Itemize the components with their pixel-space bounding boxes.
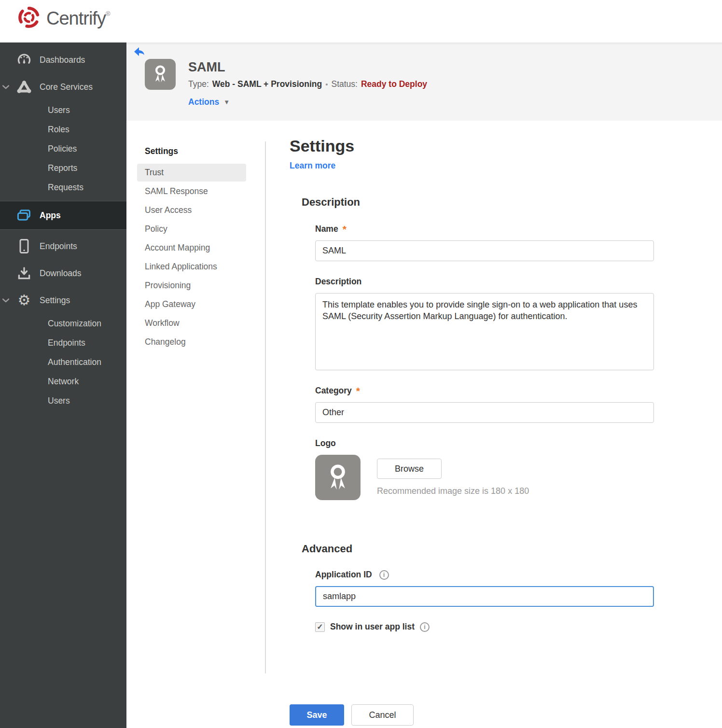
sidebar-item-apps[interactable]: Apps — [0, 201, 126, 230]
type-value: Web - SAML + Provisioning — [212, 79, 322, 89]
learn-more-link[interactable]: Learn more — [290, 161, 335, 171]
award-ribbon-icon — [323, 462, 353, 493]
actions-label: Actions — [188, 97, 219, 107]
app-meta: Type: Web - SAML + Provisioning • Status… — [188, 79, 427, 89]
app-logo — [145, 59, 176, 90]
subnav-item-provisioning[interactable]: Provisioning — [137, 277, 246, 294]
logo-controls: Browse Recommended image size is 180 x 1… — [377, 455, 529, 500]
trademark: ® — [106, 10, 110, 17]
sidebar-item-downloads[interactable]: Downloads — [0, 260, 126, 287]
sidebar-item-roles[interactable]: Roles — [0, 120, 126, 139]
sidebar-item-authentication[interactable]: Authentication — [0, 352, 126, 372]
subnav-title: Settings — [137, 142, 246, 163]
award-ribbon-icon — [150, 63, 170, 85]
sidebar-item-settings-users[interactable]: Users — [0, 391, 126, 410]
sidebar-item-settings-endpoints[interactable]: Endpoints — [0, 333, 126, 352]
category-input[interactable] — [315, 402, 654, 423]
page: Centrify® Dashboards — [0, 0, 722, 728]
content: Settings Trust SAML Response User Access… — [126, 121, 722, 728]
name-input[interactable] — [315, 240, 654, 261]
gauge-icon — [16, 53, 32, 67]
centrify-logo-icon — [17, 6, 41, 31]
sidebar-item-reports[interactable]: Reports — [0, 158, 126, 178]
caret-down-icon: ▼ — [223, 98, 230, 106]
logo-preview — [315, 455, 361, 500]
subnav-item-app-gateway[interactable]: App Gateway — [137, 295, 246, 313]
app-name: SAML — [188, 60, 427, 75]
subnav-item-saml-response[interactable]: SAML Response — [137, 182, 246, 200]
subnav-item-workflow[interactable]: Workflow — [137, 314, 246, 332]
description-section-heading: Description — [302, 196, 654, 209]
subnav-item-linked-applications[interactable]: Linked Applications — [137, 258, 246, 276]
back-button[interactable] — [133, 46, 146, 57]
category-label: Category * — [315, 386, 654, 396]
application-id-input[interactable] — [315, 586, 654, 607]
sidebar-item-label: Dashboards — [40, 55, 85, 65]
sidebar-item-users[interactable]: Users — [0, 100, 126, 120]
subnav-item-changelog[interactable]: Changelog — [137, 333, 246, 351]
chevron-down-icon — [2, 298, 9, 303]
sidebar-item-core-services[interactable]: Core Services — [0, 73, 126, 100]
device-icon — [16, 238, 32, 254]
sidebar-item-policies[interactable]: Policies — [0, 139, 126, 158]
sidebar-item-label: Core Services — [40, 82, 93, 92]
save-button[interactable]: Save — [290, 704, 344, 726]
sidebar: Dashboards Core Services Users Roles Pol… — [0, 42, 126, 728]
settings-form: Settings Learn more Description Name * D… — [290, 137, 654, 726]
chevron-down-icon — [2, 85, 9, 89]
header-text: SAML Type: Web - SAML + Provisioning • S… — [188, 60, 427, 89]
sidebar-item-label: Endpoints — [40, 241, 77, 252]
application-id-label: Application ID i — [315, 570, 654, 580]
sidebar-item-endpoints[interactable]: Endpoints — [0, 233, 126, 260]
status-label: Status: — [331, 79, 357, 89]
sidebar-item-customization[interactable]: Customization — [0, 314, 126, 333]
subnav-item-trust[interactable]: Trust — [137, 164, 246, 182]
advanced-fields: Application ID i ✓ Show in user app list… — [315, 570, 654, 632]
logo-label: Logo — [315, 438, 654, 448]
subnav: Settings Trust SAML Response User Access… — [137, 142, 246, 352]
sidebar-item-label: Apps — [40, 210, 61, 221]
apps-icon — [16, 209, 32, 222]
subnav-item-policy[interactable]: Policy — [137, 220, 246, 238]
back-arrow-icon — [134, 51, 145, 58]
app-header: SAML Type: Web - SAML + Provisioning • S… — [126, 42, 722, 121]
subnav-item-account-mapping[interactable]: Account Mapping — [137, 239, 246, 257]
logo-row: Browse Recommended image size is 180 x 1… — [315, 455, 654, 500]
show-in-user-app-list-row: ✓ Show in user app list i — [315, 622, 654, 632]
vertical-divider — [265, 141, 266, 673]
sidebar-item-settings[interactable]: ⚙ Settings — [0, 287, 126, 314]
dot-separator: • — [325, 80, 328, 88]
brand: Centrify® — [17, 6, 110, 31]
status-badge: Ready to Deploy — [361, 79, 427, 89]
sidebar-item-dashboards[interactable]: Dashboards — [0, 46, 126, 73]
form-footer: Save Cancel — [290, 704, 654, 726]
required-asterisk: * — [356, 389, 360, 393]
required-asterisk: * — [343, 227, 347, 232]
info-icon[interactable]: i — [379, 570, 389, 580]
brand-name: Centrify® — [46, 8, 110, 29]
page-title: Settings — [290, 137, 654, 155]
info-icon[interactable]: i — [420, 622, 430, 632]
advanced-section-heading: Advanced — [302, 543, 654, 555]
sidebar-item-requests[interactable]: Requests — [0, 178, 126, 197]
sidebar-item-label: Downloads — [40, 268, 82, 279]
subnav-item-user-access[interactable]: User Access — [137, 201, 246, 219]
description-label: Description — [315, 277, 654, 287]
actions-dropdown[interactable]: Actions ▼ — [188, 97, 230, 107]
browse-button[interactable]: Browse — [377, 459, 442, 479]
core-services-icon — [16, 80, 32, 94]
show-in-user-app-list-label: Show in user app list — [330, 622, 415, 632]
show-in-user-app-list-checkbox[interactable]: ✓ — [315, 622, 325, 632]
recommended-size-text: Recommended image size is 180 x 180 — [377, 486, 529, 496]
download-icon — [16, 266, 32, 280]
cancel-button[interactable]: Cancel — [351, 704, 414, 726]
description-textarea[interactable]: This template enables you to provide sin… — [315, 293, 654, 370]
top-bar: Centrify® — [0, 0, 722, 42]
description-fields: Name * Description This template enables… — [315, 224, 654, 500]
sidebar-item-network[interactable]: Network — [0, 372, 126, 391]
type-label: Type: — [188, 79, 209, 89]
name-label: Name * — [315, 224, 654, 234]
sidebar-item-label: Settings — [40, 295, 70, 306]
